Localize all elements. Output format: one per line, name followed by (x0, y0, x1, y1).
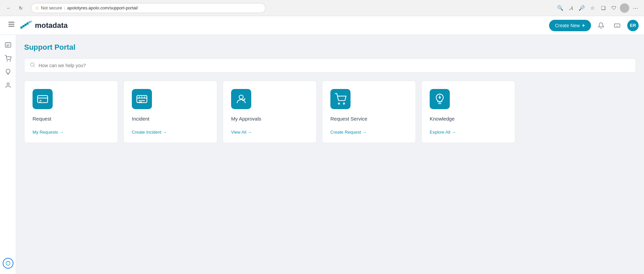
request-service-card-icon-wrap (330, 89, 351, 109)
address-separator: | (64, 5, 65, 10)
hamburger-icon (8, 22, 14, 27)
logo-text: motadata (35, 21, 68, 30)
knowledge-icon (434, 93, 446, 105)
incident-card-icon-wrap (132, 89, 152, 109)
svg-rect-6 (614, 24, 620, 27)
sidebar-bottom (3, 258, 13, 269)
url-text: apolotyres.apolo.com/support-portal/ (67, 5, 138, 10)
incident-card-title: Incident (132, 116, 209, 122)
address-bar: ⚠ Not secure | apolotyres.apolo.com/supp… (31, 3, 266, 13)
svg-point-4 (29, 21, 31, 23)
keyboard-button[interactable] (611, 19, 623, 32)
user-avatar-button[interactable]: ER (627, 20, 639, 31)
browser-profile-avatar (620, 3, 629, 13)
incident-icon (136, 93, 148, 105)
browser-readmode-button[interactable]: 𝓐 (566, 3, 576, 13)
request-card-title: Request (33, 116, 110, 122)
svg-point-21 (7, 83, 9, 85)
approvals-icon (235, 93, 247, 105)
approvals-card: My Approvals View All → (223, 81, 317, 143)
svg-point-38 (343, 103, 345, 104)
cards-grid: Request My Requests → (24, 81, 636, 143)
users-icon (5, 82, 11, 89)
svg-point-36 (239, 95, 243, 99)
app-header: motadata Create New + (0, 16, 644, 35)
request-icon (37, 93, 49, 105)
incident-card-link[interactable]: Create Incident → (132, 130, 209, 135)
shopping-icon (5, 55, 11, 62)
search-input[interactable] (39, 63, 630, 68)
browser-chrome: ← ↻ ⚠ Not secure | apolotyres.apolo.com/… (0, 0, 644, 16)
incident-card: Incident Create Incident → (123, 81, 217, 143)
request-service-card: Request Service Create Request → (322, 81, 416, 143)
svg-point-22 (6, 261, 10, 265)
approvals-card-icon-wrap (231, 89, 251, 109)
browser-favorites-button[interactable]: ☆ (588, 3, 597, 13)
circle-icon (5, 261, 11, 266)
svg-point-41 (439, 97, 441, 99)
knowledge-card: Knowledge Explore All → (421, 81, 515, 143)
svg-rect-25 (38, 96, 48, 103)
browser-back-button[interactable]: ← (4, 3, 13, 13)
browser-zoom-button[interactable]: 🔎 (577, 3, 586, 13)
request-card-link[interactable]: My Requests → (33, 130, 110, 135)
sidebar-item-shopping[interactable] (2, 52, 14, 64)
browser-toolbar-right: 🔍 𝓐 🔎 ☆ ❏ 🛡 ⋯ (555, 3, 640, 13)
bell-icon (598, 22, 604, 29)
svg-point-0 (20, 26, 23, 29)
sidebar-item-ideas[interactable] (2, 66, 14, 78)
keyboard-icon (614, 22, 621, 29)
logo-area: motadata (20, 21, 68, 30)
logo-icon (20, 21, 32, 30)
hamburger-menu-button[interactable] (5, 18, 17, 30)
app-body: Support Portal (0, 35, 644, 274)
tickets-icon (5, 42, 11, 48)
browser-shield-button[interactable]: 🛡 (609, 3, 619, 13)
request-card: Request My Requests → (24, 81, 118, 143)
browser-collections-button[interactable]: ❏ (598, 3, 608, 13)
browser-search-button[interactable]: 🔍 (555, 3, 565, 13)
request-service-card-title: Request Service (330, 116, 408, 122)
not-secure-icon: ⚠ (35, 6, 39, 10)
svg-point-37 (338, 103, 340, 104)
knowledge-card-icon-wrap (430, 89, 450, 109)
create-new-button[interactable]: Create New + (549, 20, 591, 31)
svg-point-2 (24, 24, 27, 26)
search-icon (30, 62, 35, 69)
notifications-button[interactable] (595, 19, 607, 32)
request-service-card-link[interactable]: Create Request → (330, 130, 408, 135)
svg-point-5 (31, 21, 32, 22)
browser-reload-button[interactable]: ↻ (16, 3, 25, 13)
svg-point-23 (31, 63, 34, 66)
app-wrapper: motadata Create New + (0, 16, 644, 274)
lightbulb-icon (5, 68, 11, 75)
sidebar-item-users[interactable] (2, 79, 14, 91)
browser-more-button[interactable]: ⋯ (631, 3, 640, 13)
knowledge-card-title: Knowledge (430, 116, 507, 122)
request-service-icon (334, 93, 346, 105)
not-secure-label: Not secure (41, 5, 62, 10)
main-content: Support Portal (16, 35, 644, 274)
request-card-icon-wrap (33, 89, 53, 109)
approvals-card-link[interactable]: View All → (231, 130, 308, 135)
svg-point-20 (10, 61, 10, 61)
svg-line-24 (34, 66, 35, 67)
knowledge-card-link[interactable]: Explore All → (430, 130, 507, 135)
svg-point-3 (26, 22, 29, 25)
approvals-card-title: My Approvals (231, 116, 308, 122)
page-title: Support Portal (24, 43, 636, 52)
search-container (24, 58, 636, 73)
sidebar-item-tickets[interactable] (2, 39, 14, 51)
sidebar (0, 35, 16, 274)
header-right: Create New + (549, 19, 639, 32)
sidebar-circle-button[interactable] (3, 258, 13, 269)
svg-point-19 (7, 61, 7, 61)
svg-point-1 (22, 25, 25, 27)
